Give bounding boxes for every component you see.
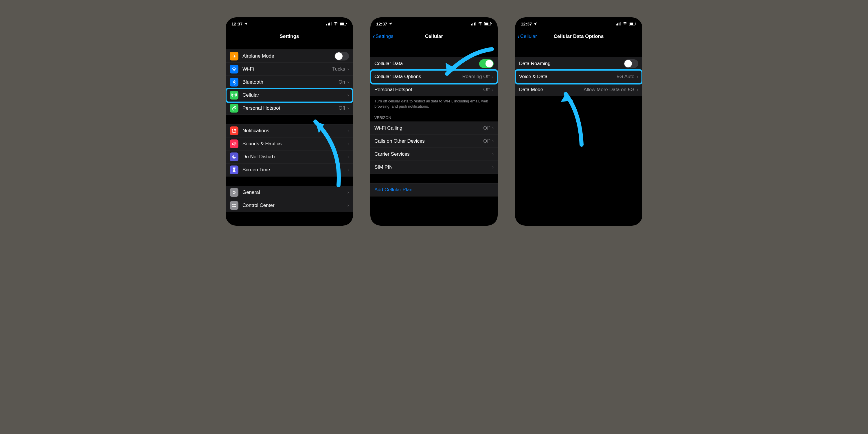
- data-roaming-toggle[interactable]: [624, 59, 638, 68]
- row-label: General: [243, 189, 345, 195]
- settings-row-hotspot[interactable]: Personal Hotspot Off ›: [226, 102, 353, 115]
- row-label: Carrier Services: [374, 151, 490, 157]
- cellular-row-data[interactable]: Cellular Data: [370, 57, 498, 70]
- nav-bar: ‹ Settings Cellular: [370, 30, 498, 43]
- settings-row-notifications[interactable]: Notifications ›: [226, 124, 353, 137]
- chevron-right-icon: ›: [347, 93, 349, 98]
- row-label: Personal Hotspot: [374, 87, 483, 93]
- back-label: Cellular: [520, 34, 537, 39]
- cellular-row-wifi-calling[interactable]: Wi-Fi Calling Off ›: [370, 122, 498, 135]
- svg-rect-2: [329, 23, 330, 26]
- row-value: Off: [483, 125, 490, 131]
- row-label: Data Roaming: [519, 61, 624, 66]
- svg-rect-13: [474, 23, 475, 26]
- row-label: Wi-Fi: [243, 66, 332, 72]
- back-button[interactable]: ‹ Cellular: [517, 32, 537, 40]
- battery-icon: [340, 22, 347, 26]
- row-label: Personal Hotspot: [243, 105, 339, 111]
- status-time: 12:37: [521, 22, 532, 26]
- row-label: Data Mode: [519, 87, 584, 93]
- settings-row-sounds[interactable]: Sounds & Haptics ›: [226, 137, 353, 151]
- svg-rect-1: [328, 24, 329, 26]
- chevron-right-icon: ›: [637, 74, 638, 79]
- svg-rect-20: [619, 23, 619, 26]
- row-value: Off: [483, 87, 490, 93]
- chevron-right-icon: ›: [492, 138, 494, 144]
- row-label: Cellular Data: [374, 61, 479, 66]
- chevron-right-icon: ›: [492, 126, 494, 131]
- gear-icon: ⚙: [230, 188, 239, 197]
- settings-row-dnd[interactable]: Do Not Disturb ›: [226, 151, 353, 163]
- svg-rect-3: [331, 22, 332, 26]
- row-label: Do Not Disturb: [243, 154, 345, 160]
- row-label: Cellular Data Options: [374, 74, 462, 80]
- row-value: Off: [339, 105, 345, 111]
- row-value: Roaming Off: [462, 74, 490, 80]
- nav-title: Cellular: [425, 34, 443, 39]
- nav-title: Settings: [279, 34, 299, 39]
- bell-icon: [230, 126, 239, 135]
- location-icon: [533, 22, 537, 26]
- nav-bar: ‹ Cellular Cellular Data Options: [515, 30, 642, 43]
- settings-row-cellular[interactable]: Cellular ›: [226, 89, 353, 102]
- options-row-data-roaming[interactable]: Data Roaming: [515, 57, 642, 70]
- status-bar: 12:37: [370, 18, 498, 30]
- settings-row-screentime[interactable]: Screen Time ›: [226, 163, 353, 177]
- status-time: 12:37: [376, 22, 387, 26]
- hourglass-icon: [230, 165, 239, 174]
- chevron-right-icon: ›: [347, 128, 349, 133]
- settings-row-airplane-mode[interactable]: ✈ Airplane Mode: [226, 50, 353, 63]
- row-label: Voice & Data: [519, 74, 617, 80]
- back-button[interactable]: ‹ Settings: [373, 32, 393, 40]
- options-row-voice-data[interactable]: Voice & Data 5G Auto ›: [515, 70, 642, 83]
- svg-rect-24: [636, 23, 636, 24]
- phone-1-settings: 12:37 Settings ✈ Airplane Mode Wi-Fi Tuc…: [226, 18, 353, 226]
- wifi-icon: [623, 22, 627, 26]
- settings-row-control-center[interactable]: Control Center ›: [226, 199, 353, 212]
- status-bar: 12:37: [226, 18, 353, 30]
- back-label: Settings: [376, 34, 393, 39]
- svg-point-9: [232, 204, 234, 205]
- airplane-toggle[interactable]: [335, 52, 349, 60]
- chevron-right-icon: ›: [492, 87, 494, 92]
- wifi-icon: [478, 22, 483, 26]
- cellular-row-hotspot[interactable]: Personal Hotspot Off ›: [370, 83, 498, 96]
- location-icon: [389, 22, 392, 26]
- cellular-data-toggle[interactable]: [479, 59, 494, 68]
- cellular-row-carrier-services[interactable]: Carrier Services ›: [370, 148, 498, 161]
- svg-rect-17: [491, 23, 492, 24]
- settings-row-general[interactable]: ⚙ General ›: [226, 186, 353, 199]
- settings-row-wifi[interactable]: Wi-Fi Tucks ›: [226, 63, 353, 76]
- chevron-right-icon: ›: [347, 154, 349, 159]
- cellular-row-other-devices[interactable]: Calls on Other Devices Off ›: [370, 135, 498, 148]
- cellular-row-sim-pin[interactable]: SIM PIN ›: [370, 161, 498, 174]
- section-header-verizon: VERIZON: [370, 110, 498, 122]
- nav-bar: Settings: [226, 30, 353, 43]
- moon-icon: [230, 153, 239, 161]
- svg-rect-23: [629, 23, 633, 25]
- row-label: Cellular: [243, 92, 345, 98]
- antenna-icon: [230, 91, 239, 99]
- row-label: SIM PIN: [374, 164, 490, 170]
- options-row-data-mode[interactable]: Data Mode Allow More Data on 5G ›: [515, 83, 642, 96]
- cellular-row-data-options[interactable]: Cellular Data Options Roaming Off ›: [370, 70, 498, 83]
- svg-point-10: [235, 206, 236, 207]
- row-value: 5G Auto: [617, 74, 634, 80]
- row-label: Airplane Mode: [243, 53, 335, 59]
- add-cellular-plan-button[interactable]: Add Cellular Plan: [370, 183, 498, 196]
- row-label: Add Cellular Plan: [374, 187, 494, 193]
- status-bar: 12:37: [515, 18, 642, 30]
- chevron-right-icon: ›: [347, 190, 349, 195]
- bluetooth-icon: [230, 78, 239, 87]
- chevron-right-icon: ›: [347, 167, 349, 173]
- svg-point-8: [235, 129, 236, 130]
- chevron-right-icon: ›: [637, 87, 638, 92]
- svg-rect-18: [616, 24, 617, 26]
- status-time: 12:37: [231, 22, 243, 26]
- chevron-left-icon: ‹: [517, 32, 520, 40]
- row-label: Screen Time: [243, 167, 345, 173]
- row-label: Bluetooth: [243, 79, 339, 85]
- phone-2-cellular: 12:37 ‹ Settings Cellular Cellular Data …: [370, 18, 498, 226]
- settings-row-bluetooth[interactable]: Bluetooth On ›: [226, 76, 353, 89]
- chevron-left-icon: ‹: [373, 32, 375, 40]
